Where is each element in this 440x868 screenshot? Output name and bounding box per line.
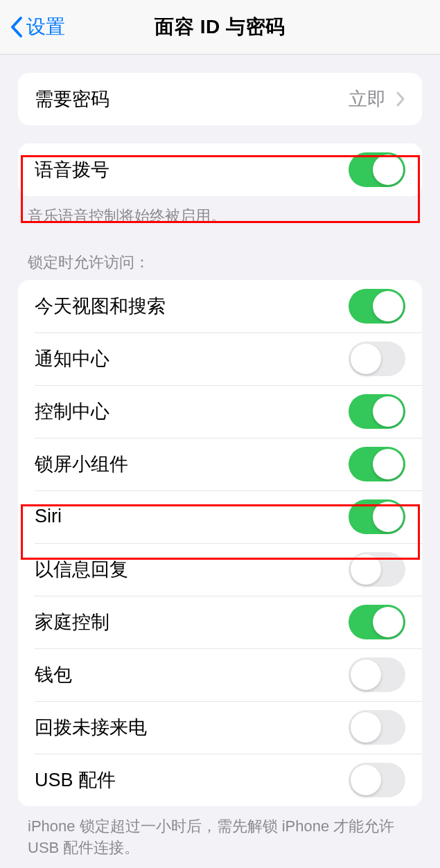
voice-dial-label: 语音拨号 — [35, 157, 109, 182]
lock-access-row: 锁屏小组件 — [18, 438, 422, 490]
lock-access-label: 家庭控制 — [35, 610, 109, 635]
voice-dial-footer: 音乐语音控制将始终被启用。 — [0, 196, 440, 227]
lock-access-header: 锁定时允许访问： — [0, 227, 440, 280]
lock-access-label: 回拨未接来电 — [35, 715, 147, 740]
lock-access-row: 通知中心 — [18, 333, 422, 385]
lock-access-label: Siri — [35, 506, 62, 527]
lock-access-row: 以信息回复 — [18, 543, 422, 596]
lock-access-label: 锁屏小组件 — [35, 452, 128, 477]
lock-access-label: 以信息回复 — [35, 557, 128, 582]
lock-access-row: Siri — [18, 490, 422, 543]
lock-access-row: 钱包 — [18, 648, 422, 701]
back-button[interactable]: 设置 — [8, 14, 65, 40]
lock-access-group: 今天视图和搜索通知中心控制中心锁屏小组件Siri以信息回复家庭控制钱包回拨未接来… — [18, 280, 422, 806]
lock-access-toggle[interactable] — [349, 763, 405, 797]
lock-access-toggle[interactable] — [349, 447, 405, 481]
lock-access-row: 控制中心 — [18, 385, 422, 438]
voice-dial-group: 语音拨号 — [18, 143, 422, 196]
require-passcode-value: 立即 — [349, 87, 386, 112]
lock-access-toggle[interactable] — [349, 605, 405, 639]
lock-access-row: 今天视图和搜索 — [18, 280, 422, 333]
navigation-bar: 设置 面容 ID 与密码 — [0, 0, 440, 55]
lock-access-label: 通知中心 — [35, 346, 109, 371]
lock-access-row: 回拨未接来电 — [18, 701, 422, 754]
chevron-right-icon — [396, 91, 405, 107]
require-passcode-row[interactable]: 需要密码 立即 — [18, 73, 422, 125]
voice-dial-toggle[interactable] — [349, 152, 405, 187]
lock-access-row: 家庭控制 — [18, 596, 422, 648]
lock-access-toggle[interactable] — [349, 499, 405, 534]
lock-access-label: 今天视图和搜索 — [35, 294, 166, 319]
passcode-group: 需要密码 立即 — [18, 73, 422, 125]
voice-dial-row: 语音拨号 — [18, 143, 422, 196]
lock-access-toggle[interactable] — [349, 289, 405, 324]
lock-access-toggle[interactable] — [349, 394, 405, 429]
lock-access-toggle[interactable] — [349, 342, 405, 376]
lock-access-toggle[interactable] — [349, 710, 405, 745]
lock-access-label: 钱包 — [35, 662, 72, 687]
lock-access-footer: iPhone 锁定超过一小时后，需先解锁 iPhone 才能允许 USB 配件连… — [0, 806, 440, 859]
lock-access-toggle[interactable] — [349, 552, 405, 587]
page-title: 面容 ID 与密码 — [155, 14, 285, 40]
chevron-left-icon — [8, 15, 24, 39]
lock-access-label: USB 配件 — [35, 768, 116, 792]
require-passcode-label: 需要密码 — [35, 87, 109, 112]
lock-access-row: USB 配件 — [18, 754, 422, 806]
lock-access-toggle[interactable] — [349, 657, 405, 692]
lock-access-label: 控制中心 — [35, 399, 109, 424]
back-label: 设置 — [26, 14, 65, 40]
